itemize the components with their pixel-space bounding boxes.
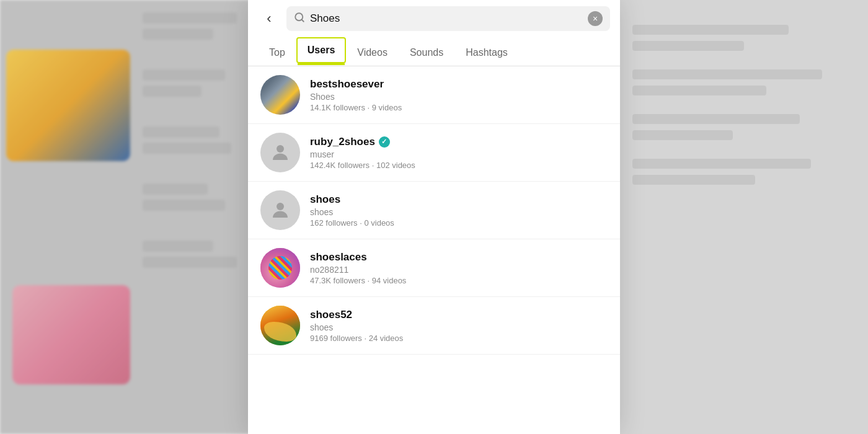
tab-hashtags[interactable]: Hashtags [454, 40, 519, 66]
svg-line-1 [301, 19, 303, 21]
user-stats: 47.3K followers · 94 videos [310, 276, 608, 285]
search-panel: ‹ Shoes × Top Users Videos Sounds Hashta… [248, 0, 620, 434]
username: shoes [310, 193, 340, 206]
user-info: shoeslaces no288211 47.3K followers · 94… [310, 251, 608, 285]
person-icon [269, 199, 291, 221]
user-bio: no288211 [310, 265, 608, 275]
user-info: ruby_2shoes muser 142.4K followers · 102… [310, 136, 608, 170]
back-icon: ‹ [267, 11, 271, 27]
user-item[interactable]: shoeslaces no288211 47.3K followers · 94… [248, 239, 620, 297]
user-name-row: shoes52 [310, 309, 608, 321]
bg-shoe-pink [12, 285, 130, 384]
username: ruby_2shoes [310, 136, 375, 148]
user-name-row: shoes [310, 193, 608, 206]
user-stats: 142.4K followers · 102 videos [310, 161, 608, 170]
user-name-row: bestshoesever [310, 78, 608, 91]
user-stats: 14.1K followers · 9 videos [310, 103, 608, 112]
verified-badge [379, 136, 390, 148]
search-bar: Shoes × [286, 6, 610, 31]
user-item[interactable]: shoes52 shoes 9169 followers · 24 videos [248, 297, 620, 355]
user-stats: 162 followers · 0 videos [310, 218, 608, 228]
user-info: bestshoesever Shoes 14.1K followers · 9 … [310, 78, 608, 112]
user-item[interactable]: bestshoesever Shoes 14.1K followers · 9 … [248, 66, 620, 124]
user-item[interactable]: shoes shoes 162 followers · 0 videos [248, 182, 620, 239]
avatar [260, 133, 300, 172]
tab-users[interactable]: Users [296, 37, 346, 63]
user-bio: Shoes [310, 92, 608, 102]
users-list: bestshoesever Shoes 14.1K followers · 9 … [248, 66, 620, 434]
avatar [260, 75, 300, 115]
username: bestshoesever [310, 78, 384, 91]
username: shoeslaces [310, 251, 367, 264]
avatar [260, 248, 300, 288]
bg-text-items [143, 0, 260, 434]
background-left [0, 0, 260, 434]
search-icon [294, 12, 305, 26]
user-item[interactable]: ruby_2shoes muser 142.4K followers · 102… [248, 124, 620, 182]
user-bio: shoes [310, 322, 608, 332]
tab-top[interactable]: Top [258, 40, 296, 66]
avatar [260, 306, 300, 345]
user-name-row: shoeslaces [310, 251, 608, 264]
search-query[interactable]: Shoes [310, 12, 583, 25]
tabs-bar: Top Users Videos Sounds Hashtags [248, 37, 620, 66]
username: shoes52 [310, 309, 352, 321]
bg-shoe-yellow [6, 50, 130, 161]
avatar [260, 190, 300, 230]
user-bio: shoes [310, 207, 608, 217]
user-bio: muser [310, 149, 608, 159]
user-stats: 9169 followers · 24 videos [310, 334, 608, 343]
back-button[interactable]: ‹ [258, 7, 280, 30]
user-name-row: ruby_2shoes [310, 136, 608, 148]
background-right [620, 0, 868, 434]
svg-point-2 [277, 145, 284, 153]
user-info: shoes52 shoes 9169 followers · 24 videos [310, 309, 608, 343]
person-icon [269, 141, 291, 164]
user-info: shoes shoes 162 followers · 0 videos [310, 193, 608, 228]
clear-button[interactable]: × [588, 11, 603, 26]
tab-sounds[interactable]: Sounds [399, 40, 454, 66]
tab-videos[interactable]: Videos [346, 40, 399, 66]
search-header: ‹ Shoes × [248, 0, 620, 37]
svg-point-3 [277, 203, 284, 210]
